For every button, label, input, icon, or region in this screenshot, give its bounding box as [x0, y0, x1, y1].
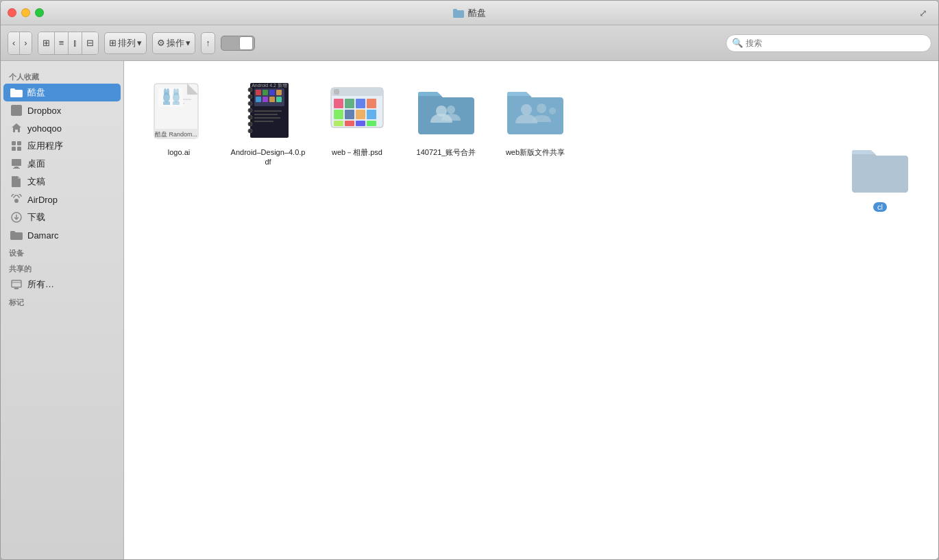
file-view-inner: 酷盘 Random... logo.ai [138, 75, 925, 486]
sidebar-item-downloads[interactable]: 下载 [3, 208, 121, 226]
svg-point-22 [167, 88, 169, 95]
gear-icon: ⚙ [157, 38, 165, 48]
pdf-file-icon: Android 4.2 新增 [237, 82, 299, 143]
svg-rect-40 [256, 97, 261, 102]
svg-point-65 [447, 106, 455, 114]
coverflow-view-button[interactable]: ⊟ [82, 32, 98, 54]
sidebar-item-label: 酷盘 [27, 86, 45, 99]
coverflow-view-icon: ⊟ [86, 38, 94, 48]
file-name: Android–Design–4.0.pdf [230, 147, 306, 167]
traffic-lights [8, 8, 44, 17]
sidebar-item-label: 文稿 [27, 175, 45, 188]
file-item-logo[interactable]: 酷盘 Random... logo.ai [138, 75, 220, 174]
svg-rect-46 [254, 117, 280, 119]
file-name: web新版文件共享 [506, 147, 565, 157]
back-button[interactable]: ‹ [8, 32, 20, 54]
sidebar-item-label: Damarc [27, 230, 59, 241]
download-icon [10, 211, 23, 223]
docs-icon [10, 175, 23, 188]
sidebar-item-allshared[interactable]: 所有… [3, 276, 121, 293]
sidebar-item-apps[interactable]: 应用程序 [3, 137, 121, 155]
file-item-webshare[interactable]: web新版文件共享 [494, 75, 576, 174]
titlebar: 酷盘 ⤢ [1, 1, 938, 25]
svg-rect-54 [356, 99, 365, 108]
file-item-android[interactable]: Android 4.2 新增 Android–Design–4.0.pdf [227, 75, 309, 174]
svg-rect-62 [356, 121, 365, 126]
airdrop-icon [10, 193, 23, 206]
action-button[interactable]: ⚙ 操作 ▾ [152, 32, 195, 54]
sidebar-item-desktop[interactable]: 桌面 [3, 155, 121, 173]
file-name: web－相册.psd [332, 147, 382, 157]
file-item-webalbum[interactable]: web－相册.psd [316, 75, 398, 174]
maximize-button[interactable] [35, 8, 44, 17]
sidebar-item-docs[interactable]: 文稿 [3, 173, 121, 191]
svg-rect-36 [256, 90, 261, 95]
svg-rect-55 [367, 99, 376, 108]
close-button[interactable] [8, 8, 16, 17]
shared-section-label: 共享的 [1, 260, 123, 276]
toolbar: ‹ › ⊞ ≡ ⫿ ⊟ ⊞ 排列 ▾ [1, 25, 938, 61]
toggle-button[interactable] [221, 36, 255, 51]
share-button[interactable]: ↑ [201, 32, 215, 54]
window-title-text: 酷盘 [468, 7, 486, 19]
svg-point-34 [248, 129, 252, 133]
icon-view-button[interactable]: ⊞ [38, 32, 55, 54]
arrange-button[interactable]: ⊞ 排列 ▾ [104, 32, 147, 54]
forward-icon: › [24, 38, 27, 48]
forward-button[interactable]: › [20, 32, 31, 54]
svg-rect-45 [254, 114, 278, 115]
ai-file-icon: 酷盘 Random... [148, 82, 210, 143]
svg-point-23 [173, 88, 176, 95]
sidebar-item-kudisk[interactable]: 酷盘 [3, 84, 121, 101]
arrange-label: 排列 [118, 37, 136, 49]
file-item-account[interactable]: 140721_账号合并 [405, 75, 487, 174]
action-label: 操作 [167, 37, 184, 49]
svg-point-33 [248, 122, 252, 126]
sidebar-item-dropbox[interactable]: Dropbox [3, 101, 121, 119]
expand-button[interactable]: ⤢ [919, 8, 930, 19]
svg-rect-63 [367, 121, 376, 126]
svg-rect-0 [11, 105, 22, 116]
psd-file-icon [326, 82, 388, 143]
sidebar-item-label: 所有… [27, 278, 54, 291]
svg-rect-44 [254, 110, 282, 112]
search-bar[interactable]: 🔍 [726, 34, 931, 52]
svg-rect-59 [367, 110, 376, 119]
column-view-button[interactable]: ⫿ [69, 32, 82, 54]
folder-badge: cl [873, 202, 887, 212]
window-title: 酷盘 [453, 7, 486, 19]
svg-point-32 [248, 115, 252, 119]
sidebar-item-damarc[interactable]: Damarc [3, 226, 121, 244]
desktop-icon [10, 158, 23, 170]
svg-rect-2 [17, 141, 21, 145]
svg-point-68 [549, 108, 556, 114]
svg-rect-58 [356, 110, 365, 119]
svg-rect-60 [334, 121, 343, 126]
apps-icon [10, 140, 23, 152]
gray-folder-icon [849, 143, 911, 198]
view-button-group: ⊞ ≡ ⫿ ⊟ [38, 32, 99, 55]
list-view-button[interactable]: ≡ [55, 32, 69, 54]
svg-point-66 [521, 104, 532, 115]
sidebar-item-airdrop[interactable]: AirDrop [3, 191, 121, 208]
svg-rect-20 [173, 101, 180, 105]
sidebar: 个人收藏 酷盘 Dropbox [1, 61, 124, 559]
minimize-button[interactable] [21, 8, 30, 17]
file-view: 酷盘 Random... logo.ai [124, 61, 938, 559]
sidebar-item-label: yohoqoo [27, 123, 62, 134]
file-item-cl[interactable]: cl [849, 143, 911, 212]
search-input[interactable] [746, 38, 925, 48]
column-view-icon: ⫿ [73, 38, 77, 48]
svg-rect-57 [345, 110, 354, 119]
group-folder-icon [504, 82, 566, 143]
sidebar-item-label: AirDrop [27, 195, 58, 205]
svg-rect-6 [14, 167, 19, 168]
svg-point-28 [248, 88, 252, 92]
tags-section-label: 标记 [1, 293, 123, 309]
main-content: 个人收藏 酷盘 Dropbox [1, 61, 938, 559]
svg-rect-39 [276, 90, 282, 95]
svg-rect-19 [163, 101, 170, 105]
sidebar-item-yohoqoo[interactable]: yohoqoo [3, 119, 121, 137]
sidebar-item-label: 桌面 [27, 158, 45, 170]
search-icon: 🔍 [732, 38, 743, 48]
